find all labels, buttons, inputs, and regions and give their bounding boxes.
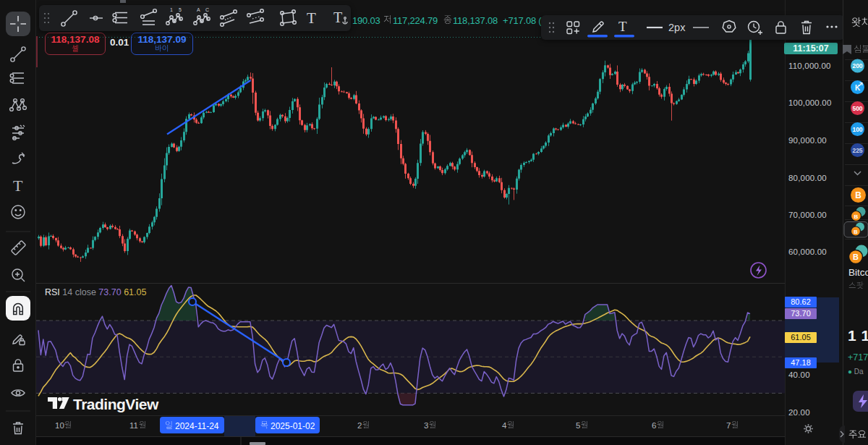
svg-text:T: T [13,177,23,195]
svg-text:T: T [618,19,627,34]
svg-text:200: 200 [852,62,862,69]
svg-text:TradingView: TradingView [73,396,159,412]
svg-text:500: 500 [852,105,862,112]
svg-text:A: A [197,7,200,12]
svg-text:B: B [854,213,859,220]
svg-text:B: B [853,253,859,261]
svg-text:T: T [333,9,342,25]
svg-text:T: T [307,9,316,27]
svg-text:C: C [205,7,209,12]
svg-text:2px: 2px [668,22,686,33]
svg-text:1: 1 [170,7,173,12]
svg-text:225: 225 [852,147,862,154]
svg-text:100: 100 [852,126,862,133]
svg-text:5: 5 [179,7,182,12]
svg-text:B: B [854,229,858,235]
svg-text:B: B [855,190,861,200]
